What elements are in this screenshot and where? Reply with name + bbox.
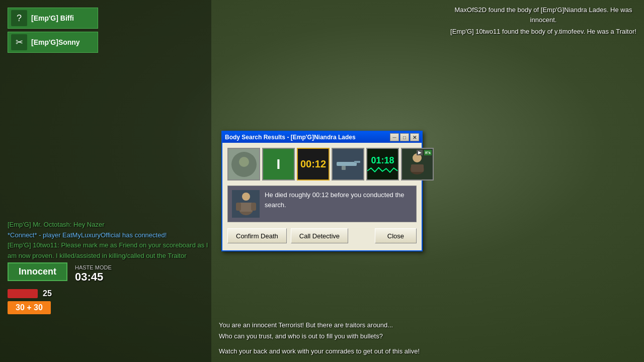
evidence-row: I 00:12 xyxy=(227,148,417,180)
body-search-dialog: Body Search Results - [Emp'G]Niandra Lad… xyxy=(221,131,423,251)
svg-rect-3 xyxy=(354,161,360,163)
confirm-death-button[interactable]: Confirm Death xyxy=(227,228,287,243)
modal-backdrop: Body Search Results - [Emp'G]Niandra Lad… xyxy=(0,0,644,362)
innocent-icon: I xyxy=(277,156,281,172)
evidence-thumb-face[interactable] xyxy=(227,148,260,180)
dialog-controls: ─ □ ✕ xyxy=(390,133,419,141)
timer-value: 00:12 xyxy=(300,158,326,170)
svg-rect-10 xyxy=(239,203,253,212)
evidence-thumb-weapon[interactable] xyxy=(332,148,364,180)
evidence-thumb-timer2[interactable]: 01:18 xyxy=(366,148,399,180)
body-icon xyxy=(233,192,259,217)
close-button[interactable]: Close xyxy=(375,228,417,243)
wavy-line-icon xyxy=(367,166,398,173)
weapon-icon xyxy=(334,157,362,172)
dialog-buttons: Confirm Death Call Detective Close xyxy=(227,228,417,245)
dialog-minimize-button[interactable]: ─ xyxy=(390,133,399,141)
svg-point-0 xyxy=(239,157,249,167)
evidence-thumb-timer[interactable]: 00:12 xyxy=(297,148,330,180)
info-box: He died roughly 00:12 before you conduct… xyxy=(227,186,417,222)
svg-point-8 xyxy=(242,193,250,201)
dialog-titlebar: Body Search Results - [Emp'G]Niandra Lad… xyxy=(222,132,422,143)
info-text: He died roughly 00:12 before you conduct… xyxy=(265,190,412,210)
dialog-content: I 00:12 xyxy=(222,143,422,250)
svg-point-1 xyxy=(237,168,251,174)
info-icon xyxy=(232,190,260,218)
dialog-close-button[interactable]: ✕ xyxy=(410,133,419,141)
svg-rect-4 xyxy=(342,166,346,170)
svg-rect-12 xyxy=(251,203,256,211)
dialog-title: Body Search Results - [Emp'G]Niandra Lad… xyxy=(225,134,356,141)
svg-rect-7 xyxy=(411,164,424,172)
evidence-thumb-innocent[interactable]: I xyxy=(262,148,295,180)
evidence-thumb-player[interactable]: it's ▶ xyxy=(401,148,434,180)
svg-rect-2 xyxy=(337,162,357,166)
dialog-restore-button[interactable]: □ xyxy=(400,133,409,141)
call-detective-button[interactable]: Call Detective xyxy=(291,228,348,243)
face-portrait-icon xyxy=(231,152,257,177)
its-label: it's xyxy=(424,150,432,155)
svg-rect-11 xyxy=(236,203,241,211)
timer2-value: 01:18 xyxy=(371,155,394,166)
play-button-icon[interactable]: ▶ xyxy=(417,150,423,155)
